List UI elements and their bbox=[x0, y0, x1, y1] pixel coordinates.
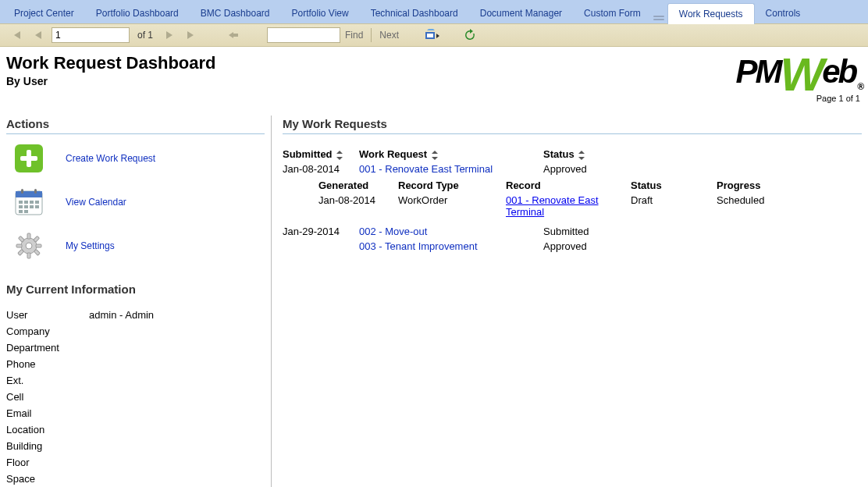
info-row: Phone bbox=[6, 356, 265, 372]
sort-icon[interactable] bbox=[432, 151, 438, 160]
info-label: Department bbox=[6, 342, 66, 354]
work-request-link[interactable]: 003 - Tenant Improvement bbox=[359, 240, 478, 252]
back-button[interactable] bbox=[225, 27, 242, 43]
tab-document-manager[interactable]: Document Manager bbox=[469, 3, 573, 23]
info-label: User bbox=[6, 309, 66, 321]
svg-rect-6 bbox=[16, 191, 42, 197]
svg-rect-16 bbox=[24, 210, 28, 213]
page-number-input[interactable] bbox=[52, 27, 130, 43]
action-link[interactable]: Create Work Request bbox=[66, 153, 155, 164]
calendar-icon bbox=[12, 186, 45, 219]
action-link[interactable]: View Calendar bbox=[66, 197, 126, 208]
first-page-button[interactable] bbox=[8, 27, 25, 43]
export-button[interactable] bbox=[424, 27, 441, 43]
info-row: Department bbox=[6, 339, 265, 356]
info-row: Ext. bbox=[6, 372, 265, 389]
tab-bmc-dashboard[interactable]: BMC Dashboard bbox=[190, 3, 281, 23]
plus-icon bbox=[12, 142, 45, 175]
find-button[interactable]: Find bbox=[345, 30, 363, 41]
requests-grid: Submitted Work Request Status Jan-08-201… bbox=[283, 147, 862, 254]
svg-rect-27 bbox=[18, 249, 24, 255]
col-submitted[interactable]: Submitted bbox=[283, 148, 359, 160]
page-subtitle: By User bbox=[6, 75, 216, 87]
action-link[interactable]: My Settings bbox=[66, 240, 115, 251]
separator bbox=[371, 28, 372, 42]
next-page-button[interactable] bbox=[161, 27, 178, 43]
report-toolbar: of 1 Find Next bbox=[0, 23, 868, 47]
last-page-button[interactable] bbox=[183, 27, 200, 43]
record-link[interactable]: 001 - Renovate East Terminal bbox=[506, 194, 599, 218]
svg-rect-7 bbox=[19, 201, 23, 204]
info-row: Location bbox=[6, 421, 265, 438]
col-status[interactable]: Status bbox=[543, 148, 731, 160]
svg-rect-26 bbox=[34, 249, 40, 255]
info-row: Company bbox=[6, 323, 265, 339]
page-header: Work Request Dashboard By User PM W eb ®… bbox=[0, 47, 868, 105]
svg-rect-13 bbox=[30, 205, 34, 208]
brand-text-right: eb bbox=[822, 53, 856, 91]
tab-project-center[interactable]: Project Center bbox=[3, 3, 85, 23]
svg-rect-12 bbox=[24, 205, 28, 208]
col-work-request[interactable]: Work Request bbox=[359, 148, 543, 160]
tab-custom-form[interactable]: Custom Form bbox=[573, 3, 652, 23]
sort-icon[interactable] bbox=[578, 151, 585, 160]
svg-rect-17 bbox=[21, 189, 23, 194]
brand-text-left: PM bbox=[736, 53, 781, 91]
svg-rect-8 bbox=[24, 201, 28, 204]
info-label: Phone bbox=[6, 358, 66, 370]
tab-portfolio-view[interactable]: Portfolio View bbox=[280, 3, 359, 23]
work-request-link[interactable]: 001 - Renovate East Terminal bbox=[359, 163, 493, 175]
info-row: Floor bbox=[6, 454, 265, 471]
cell-record-type: WorkOrder bbox=[398, 194, 506, 218]
svg-rect-4 bbox=[20, 156, 37, 161]
work-request-link[interactable]: 002 - Move-out bbox=[359, 226, 427, 237]
grid-header: Submitted Work Request Status bbox=[283, 147, 862, 162]
svg-rect-1 bbox=[427, 34, 433, 37]
action-view-calendar[interactable]: View Calendar bbox=[12, 186, 265, 219]
table-row: Jan-08-2014001 - Renovate East TerminalA… bbox=[283, 162, 862, 176]
svg-rect-22 bbox=[27, 253, 30, 258]
tab-controls[interactable]: Controls bbox=[755, 3, 812, 23]
cell-generated: Jan-08-2014 bbox=[318, 194, 398, 218]
refresh-button[interactable] bbox=[461, 27, 478, 43]
info-label: Company bbox=[6, 325, 66, 337]
brand-logo: PM W eb ® bbox=[736, 53, 861, 91]
cell-submitted: Jan-08-2014 bbox=[283, 163, 359, 175]
info-header: My Current Information bbox=[6, 283, 265, 296]
svg-rect-23 bbox=[16, 244, 22, 247]
tab-work-requests[interactable]: Work Requests bbox=[667, 3, 755, 24]
tab-technical-dashboard[interactable]: Technical Dashboard bbox=[360, 3, 469, 23]
find-next-button[interactable]: Next bbox=[379, 30, 399, 41]
info-row: Cell bbox=[6, 389, 265, 405]
col-generated: Generated bbox=[318, 180, 398, 191]
table-row: Jan-29-2014002 - Move-outSubmitted bbox=[283, 224, 862, 239]
search-input[interactable] bbox=[267, 27, 340, 43]
svg-rect-25 bbox=[18, 236, 24, 242]
svg-rect-11 bbox=[19, 205, 23, 208]
info-label: Ext. bbox=[6, 375, 66, 386]
actions-header: Actions bbox=[6, 116, 265, 134]
info-label: Building bbox=[6, 440, 66, 452]
svg-rect-18 bbox=[34, 189, 37, 194]
action-create-work-request[interactable]: Create Work Request bbox=[12, 142, 265, 175]
svg-rect-10 bbox=[35, 201, 39, 204]
info-label: Space bbox=[6, 473, 66, 485]
info-row: Email bbox=[6, 405, 265, 421]
col-progress: Progress bbox=[717, 180, 810, 191]
svg-rect-24 bbox=[36, 244, 41, 247]
table-subrow: Jan-08-2014WorkOrder001 - Renovate East … bbox=[283, 193, 862, 224]
sort-icon[interactable] bbox=[336, 151, 343, 160]
tab-portfolio-dashboard[interactable]: Portfolio Dashboard bbox=[85, 3, 190, 23]
info-label: Cell bbox=[6, 391, 66, 403]
tab-grip-icon[interactable] bbox=[653, 16, 664, 20]
svg-rect-21 bbox=[27, 233, 30, 239]
action-my-settings[interactable]: My Settings bbox=[12, 229, 265, 262]
page-title: Work Request Dashboard bbox=[6, 53, 216, 73]
svg-rect-28 bbox=[34, 236, 40, 242]
table-row: 003 - Tenant ImprovementApproved bbox=[283, 239, 862, 254]
registered-mark: ® bbox=[857, 81, 862, 92]
sub-header: GeneratedRecord TypeRecordStatusProgress bbox=[283, 176, 862, 193]
page-total-label: of 1 bbox=[134, 30, 156, 41]
cell-status: Approved bbox=[543, 240, 731, 252]
prev-page-button[interactable] bbox=[30, 27, 47, 43]
